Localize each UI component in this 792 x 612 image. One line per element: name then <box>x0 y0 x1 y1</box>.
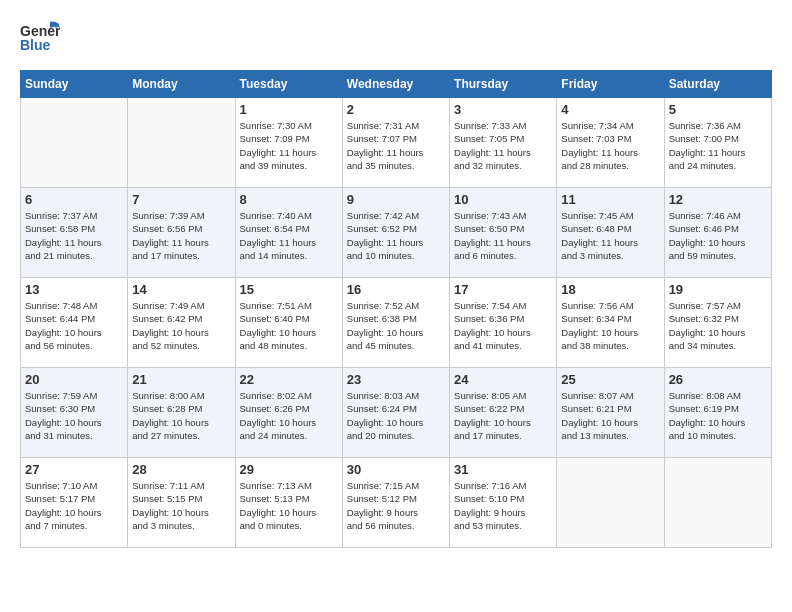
calendar-cell: 16Sunrise: 7:52 AM Sunset: 6:38 PM Dayli… <box>342 278 449 368</box>
day-info: Sunrise: 7:45 AM Sunset: 6:48 PM Dayligh… <box>561 209 659 262</box>
calendar-cell: 9Sunrise: 7:42 AM Sunset: 6:52 PM Daylig… <box>342 188 449 278</box>
day-number: 19 <box>669 282 767 297</box>
day-number: 26 <box>669 372 767 387</box>
day-info: Sunrise: 7:31 AM Sunset: 7:07 PM Dayligh… <box>347 119 445 172</box>
day-info: Sunrise: 7:54 AM Sunset: 6:36 PM Dayligh… <box>454 299 552 352</box>
day-info: Sunrise: 7:52 AM Sunset: 6:38 PM Dayligh… <box>347 299 445 352</box>
calendar-cell: 8Sunrise: 7:40 AM Sunset: 6:54 PM Daylig… <box>235 188 342 278</box>
calendar-header-row: SundayMondayTuesdayWednesdayThursdayFrid… <box>21 71 772 98</box>
day-number: 21 <box>132 372 230 387</box>
day-number: 23 <box>347 372 445 387</box>
calendar-cell: 2Sunrise: 7:31 AM Sunset: 7:07 PM Daylig… <box>342 98 449 188</box>
calendar-cell <box>128 98 235 188</box>
day-info: Sunrise: 7:43 AM Sunset: 6:50 PM Dayligh… <box>454 209 552 262</box>
day-number: 1 <box>240 102 338 117</box>
day-info: Sunrise: 8:03 AM Sunset: 6:24 PM Dayligh… <box>347 389 445 442</box>
calendar-cell: 7Sunrise: 7:39 AM Sunset: 6:56 PM Daylig… <box>128 188 235 278</box>
calendar-cell: 12Sunrise: 7:46 AM Sunset: 6:46 PM Dayli… <box>664 188 771 278</box>
calendar-cell: 17Sunrise: 7:54 AM Sunset: 6:36 PM Dayli… <box>450 278 557 368</box>
day-info: Sunrise: 7:15 AM Sunset: 5:12 PM Dayligh… <box>347 479 445 532</box>
day-number: 9 <box>347 192 445 207</box>
calendar-week-2: 6Sunrise: 7:37 AM Sunset: 6:58 PM Daylig… <box>21 188 772 278</box>
day-info: Sunrise: 7:33 AM Sunset: 7:05 PM Dayligh… <box>454 119 552 172</box>
day-number: 24 <box>454 372 552 387</box>
day-info: Sunrise: 8:05 AM Sunset: 6:22 PM Dayligh… <box>454 389 552 442</box>
day-number: 31 <box>454 462 552 477</box>
calendar-cell: 22Sunrise: 8:02 AM Sunset: 6:26 PM Dayli… <box>235 368 342 458</box>
day-number: 27 <box>25 462 123 477</box>
day-number: 28 <box>132 462 230 477</box>
calendar-cell: 26Sunrise: 8:08 AM Sunset: 6:19 PM Dayli… <box>664 368 771 458</box>
weekday-header-thursday: Thursday <box>450 71 557 98</box>
calendar-week-3: 13Sunrise: 7:48 AM Sunset: 6:44 PM Dayli… <box>21 278 772 368</box>
svg-text:Blue: Blue <box>20 37 51 53</box>
day-number: 17 <box>454 282 552 297</box>
day-info: Sunrise: 7:30 AM Sunset: 7:09 PM Dayligh… <box>240 119 338 172</box>
calendar-week-1: 1Sunrise: 7:30 AM Sunset: 7:09 PM Daylig… <box>21 98 772 188</box>
calendar-cell: 21Sunrise: 8:00 AM Sunset: 6:28 PM Dayli… <box>128 368 235 458</box>
calendar-cell: 25Sunrise: 8:07 AM Sunset: 6:21 PM Dayli… <box>557 368 664 458</box>
day-number: 11 <box>561 192 659 207</box>
day-info: Sunrise: 7:37 AM Sunset: 6:58 PM Dayligh… <box>25 209 123 262</box>
day-number: 13 <box>25 282 123 297</box>
day-info: Sunrise: 7:11 AM Sunset: 5:15 PM Dayligh… <box>132 479 230 532</box>
day-info: Sunrise: 7:49 AM Sunset: 6:42 PM Dayligh… <box>132 299 230 352</box>
day-info: Sunrise: 7:57 AM Sunset: 6:32 PM Dayligh… <box>669 299 767 352</box>
day-number: 3 <box>454 102 552 117</box>
weekday-header-tuesday: Tuesday <box>235 71 342 98</box>
calendar-cell: 18Sunrise: 7:56 AM Sunset: 6:34 PM Dayli… <box>557 278 664 368</box>
weekday-header-monday: Monday <box>128 71 235 98</box>
weekday-header-saturday: Saturday <box>664 71 771 98</box>
calendar-cell: 27Sunrise: 7:10 AM Sunset: 5:17 PM Dayli… <box>21 458 128 548</box>
day-number: 29 <box>240 462 338 477</box>
day-number: 15 <box>240 282 338 297</box>
day-info: Sunrise: 7:59 AM Sunset: 6:30 PM Dayligh… <box>25 389 123 442</box>
calendar-cell: 10Sunrise: 7:43 AM Sunset: 6:50 PM Dayli… <box>450 188 557 278</box>
day-info: Sunrise: 7:36 AM Sunset: 7:00 PM Dayligh… <box>669 119 767 172</box>
day-info: Sunrise: 8:08 AM Sunset: 6:19 PM Dayligh… <box>669 389 767 442</box>
calendar-cell: 20Sunrise: 7:59 AM Sunset: 6:30 PM Dayli… <box>21 368 128 458</box>
day-number: 5 <box>669 102 767 117</box>
day-number: 10 <box>454 192 552 207</box>
calendar-cell: 31Sunrise: 7:16 AM Sunset: 5:10 PM Dayli… <box>450 458 557 548</box>
calendar-cell: 30Sunrise: 7:15 AM Sunset: 5:12 PM Dayli… <box>342 458 449 548</box>
day-info: Sunrise: 7:39 AM Sunset: 6:56 PM Dayligh… <box>132 209 230 262</box>
calendar-cell: 3Sunrise: 7:33 AM Sunset: 7:05 PM Daylig… <box>450 98 557 188</box>
day-number: 25 <box>561 372 659 387</box>
day-number: 22 <box>240 372 338 387</box>
day-number: 30 <box>347 462 445 477</box>
day-number: 14 <box>132 282 230 297</box>
calendar-cell: 14Sunrise: 7:49 AM Sunset: 6:42 PM Dayli… <box>128 278 235 368</box>
day-number: 4 <box>561 102 659 117</box>
calendar-cell: 11Sunrise: 7:45 AM Sunset: 6:48 PM Dayli… <box>557 188 664 278</box>
calendar-cell: 19Sunrise: 7:57 AM Sunset: 6:32 PM Dayli… <box>664 278 771 368</box>
calendar-cell: 24Sunrise: 8:05 AM Sunset: 6:22 PM Dayli… <box>450 368 557 458</box>
day-number: 16 <box>347 282 445 297</box>
calendar-week-4: 20Sunrise: 7:59 AM Sunset: 6:30 PM Dayli… <box>21 368 772 458</box>
weekday-header-wednesday: Wednesday <box>342 71 449 98</box>
day-info: Sunrise: 8:02 AM Sunset: 6:26 PM Dayligh… <box>240 389 338 442</box>
weekday-header-friday: Friday <box>557 71 664 98</box>
calendar-cell <box>557 458 664 548</box>
logo-icon: General Blue <box>20 20 60 56</box>
page-header: General Blue <box>20 20 772 60</box>
calendar-cell: 15Sunrise: 7:51 AM Sunset: 6:40 PM Dayli… <box>235 278 342 368</box>
calendar-cell <box>21 98 128 188</box>
day-info: Sunrise: 7:48 AM Sunset: 6:44 PM Dayligh… <box>25 299 123 352</box>
day-info: Sunrise: 7:42 AM Sunset: 6:52 PM Dayligh… <box>347 209 445 262</box>
day-number: 8 <box>240 192 338 207</box>
day-number: 12 <box>669 192 767 207</box>
calendar-cell: 5Sunrise: 7:36 AM Sunset: 7:00 PM Daylig… <box>664 98 771 188</box>
day-info: Sunrise: 7:10 AM Sunset: 5:17 PM Dayligh… <box>25 479 123 532</box>
day-info: Sunrise: 7:16 AM Sunset: 5:10 PM Dayligh… <box>454 479 552 532</box>
day-number: 18 <box>561 282 659 297</box>
calendar-cell <box>664 458 771 548</box>
day-info: Sunrise: 7:34 AM Sunset: 7:03 PM Dayligh… <box>561 119 659 172</box>
day-info: Sunrise: 8:00 AM Sunset: 6:28 PM Dayligh… <box>132 389 230 442</box>
calendar-cell: 13Sunrise: 7:48 AM Sunset: 6:44 PM Dayli… <box>21 278 128 368</box>
calendar-cell: 6Sunrise: 7:37 AM Sunset: 6:58 PM Daylig… <box>21 188 128 278</box>
day-info: Sunrise: 7:56 AM Sunset: 6:34 PM Dayligh… <box>561 299 659 352</box>
weekday-header-sunday: Sunday <box>21 71 128 98</box>
day-info: Sunrise: 7:46 AM Sunset: 6:46 PM Dayligh… <box>669 209 767 262</box>
calendar-cell: 1Sunrise: 7:30 AM Sunset: 7:09 PM Daylig… <box>235 98 342 188</box>
